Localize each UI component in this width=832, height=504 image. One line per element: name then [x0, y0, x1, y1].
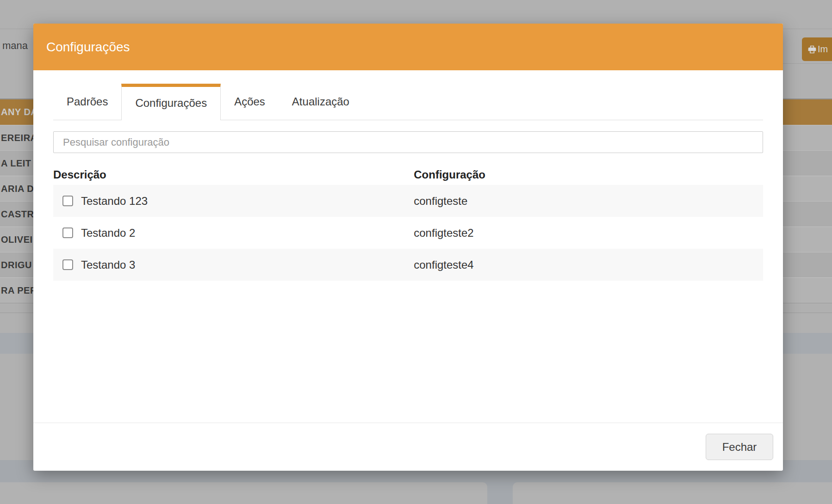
config-table-row[interactable]: Testando 123 configteste — [53, 185, 763, 217]
print-button-label: Im — [818, 44, 828, 55]
config-table-row[interactable]: Testando 3 configteste4 — [53, 249, 763, 281]
printer-icon — [807, 45, 817, 54]
configuracoes-modal: Configurações Padrões Configurações Açõe… — [33, 24, 783, 471]
tab-configuracoes[interactable]: Configurações — [121, 84, 221, 120]
search-config-input[interactable] — [53, 131, 763, 153]
row-config-value: configteste4 — [414, 258, 763, 271]
backdrop-card-right — [513, 482, 832, 504]
tab-padroes[interactable]: Padrões — [53, 84, 121, 120]
modal-footer: Fechar — [33, 423, 783, 471]
close-button[interactable]: Fechar — [706, 434, 773, 460]
modal-title: Configurações — [33, 40, 130, 55]
screen: mana Im ANY DA EREIRA A LEIT ARIA D CAST… — [0, 0, 832, 504]
row-description: Testando 123 — [81, 195, 148, 208]
config-table: Descrição Configuração Testando 123 conf… — [53, 164, 763, 281]
backdrop-topbar-text: mana — [2, 39, 28, 52]
print-button: Im — [802, 37, 832, 61]
modal-spacer — [53, 281, 763, 423]
tab-acoes[interactable]: Ações — [221, 84, 279, 120]
row-description: Testando 3 — [81, 258, 135, 271]
row-description: Testando 2 — [81, 227, 135, 240]
row-config-value: configteste — [414, 195, 763, 208]
column-header-configuracao: Configuração — [414, 168, 763, 181]
backdrop-card-left — [0, 482, 487, 504]
modal-header: Configurações — [33, 24, 783, 70]
config-table-header: Descrição Configuração — [53, 164, 763, 185]
row-config-value: configteste2 — [414, 227, 763, 240]
config-table-row[interactable]: Testando 2 configteste2 — [53, 217, 763, 249]
backdrop-toolbar-divider-2 — [783, 63, 832, 64]
tab-bar: Padrões Configurações Ações Atualização — [53, 84, 763, 120]
modal-body: Padrões Configurações Ações Atualização … — [33, 70, 783, 423]
row-checkbox[interactable] — [62, 227, 73, 238]
tab-atualizacao[interactable]: Atualização — [279, 84, 363, 120]
row-checkbox[interactable] — [62, 196, 73, 206]
row-checkbox[interactable] — [62, 259, 73, 270]
column-header-descricao: Descrição — [53, 168, 414, 181]
